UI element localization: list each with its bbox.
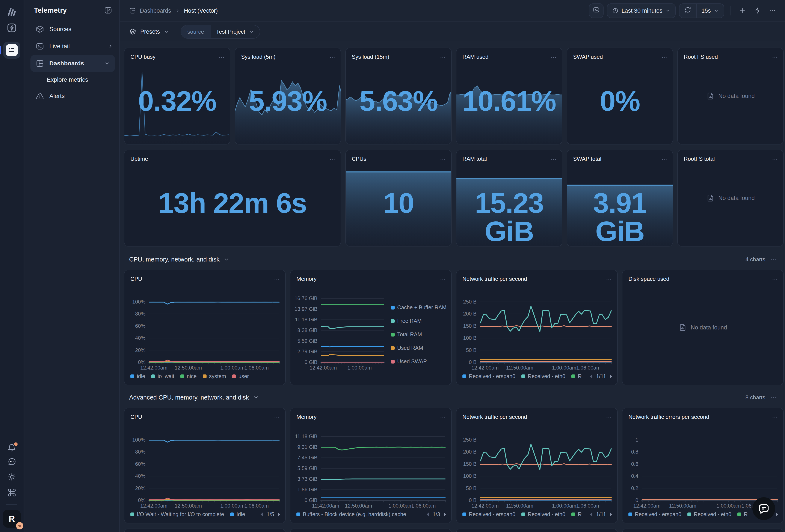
section-menu-icon[interactable]: [770, 394, 777, 401]
legend-label: Received - erspan0: [469, 373, 515, 379]
legend-item[interactable]: I/O Wait - Waiting for I/O to complete: [130, 511, 224, 517]
pager-next-icon[interactable]: [775, 512, 779, 517]
legend-item[interactable]: Received - erspan0: [628, 511, 681, 517]
panel-menu-icon[interactable]: [274, 276, 280, 283]
chevron-down-icon[interactable]: [224, 256, 229, 262]
rail-telemetry-button[interactable]: [3, 42, 20, 59]
legend-item[interactable]: Cache + Buffer RAM: [391, 304, 447, 311]
panel-menu-icon[interactable]: [440, 54, 446, 61]
source-filter[interactable]: source Test Project: [181, 25, 260, 38]
legend-item[interactable]: Received - eth0: [522, 511, 565, 517]
feedback-chat-icon[interactable]: [7, 457, 16, 466]
panel-menu-icon[interactable]: [218, 54, 225, 61]
section-title[interactable]: Advanced CPU, memory, network, and disk: [129, 394, 249, 401]
avatar-badge: NF: [16, 522, 23, 529]
pager-prev-icon[interactable]: [589, 512, 593, 517]
panel-title: Root FS used: [684, 54, 718, 60]
legend-item[interactable]: nice: [180, 373, 197, 379]
sidebar-collapse-icon[interactable]: [104, 6, 112, 15]
rail-flash-icon[interactable]: [6, 22, 17, 33]
chevron-down-icon[interactable]: [253, 394, 259, 400]
sidebar-item-alerts[interactable]: Alerts: [24, 87, 119, 105]
legend-chip: [628, 512, 632, 516]
refresh-interval-label: 15s: [701, 7, 711, 14]
pager-prev-icon[interactable]: [589, 374, 593, 379]
legend-item[interactable]: Free RAM: [391, 318, 447, 324]
legend-label: I/O Wait - Waiting for I/O to complete: [137, 511, 224, 517]
panel-title: RAM total: [462, 156, 487, 162]
refresh-button[interactable]: [680, 4, 697, 18]
pager-prev-icon[interactable]: [426, 512, 430, 517]
legend-pager: 1/3: [426, 511, 447, 517]
panel-menu-icon[interactable]: [772, 54, 778, 61]
legend-item[interactable]: Used SWAP: [391, 358, 447, 365]
avatar[interactable]: RNF: [3, 510, 21, 528]
svg-text:50 B: 50 B: [466, 347, 477, 353]
pager-next-icon[interactable]: [609, 374, 613, 379]
svg-text:100%: 100%: [132, 437, 146, 443]
panel-menu-icon[interactable]: [550, 54, 557, 61]
more-options-button[interactable]: [766, 5, 778, 17]
panel-menu-icon[interactable]: [772, 157, 778, 163]
panel-menu-icon[interactable]: [329, 54, 335, 61]
legend-item[interactable]: R: [572, 373, 582, 379]
panel-menu-icon[interactable]: [606, 415, 612, 421]
pager-next-icon[interactable]: [443, 512, 447, 517]
legend-item[interactable]: Idle: [230, 511, 245, 517]
sidebar-item-explore-metrics[interactable]: Explore metrics: [24, 72, 119, 87]
legend-item[interactable]: Received - erspan0: [462, 511, 515, 517]
panel-menu-icon[interactable]: [661, 54, 667, 61]
panel-menu-icon[interactable]: [440, 415, 446, 421]
panel-terminal-button[interactable]: [589, 3, 604, 18]
legend-label: io_wait: [158, 373, 174, 379]
pager-prev-icon[interactable]: [260, 512, 263, 517]
section-menu-icon[interactable]: [770, 256, 777, 263]
command-menu-icon[interactable]: [7, 488, 17, 497]
add-panel-button[interactable]: [736, 5, 748, 17]
panel-menu-icon[interactable]: [274, 415, 280, 421]
panel-menu-icon[interactable]: [606, 276, 612, 283]
notifications-bell-icon[interactable]: [7, 443, 16, 452]
pager-next-icon[interactable]: [277, 512, 281, 517]
legend-item[interactable]: Received - eth0: [687, 511, 731, 517]
legend-item[interactable]: io_wait: [151, 373, 174, 379]
refresh-interval-button[interactable]: 15s: [697, 7, 724, 14]
legend-chip: [203, 374, 206, 378]
legend-item[interactable]: Used RAM: [391, 345, 447, 351]
legend-item[interactable]: system: [203, 373, 226, 379]
chart-legend: Cache + Buffer RAMFree RAMTotal RAMUsed …: [391, 304, 447, 365]
panel-menu-icon[interactable]: [440, 276, 446, 283]
legend-item[interactable]: idle: [130, 373, 145, 379]
sidebar-item-sources[interactable]: Sources: [24, 21, 119, 38]
panel-menu-icon[interactable]: [440, 157, 446, 163]
time-range-button[interactable]: Last 30 minutes: [607, 3, 676, 18]
svg-text:250 B: 250 B: [463, 437, 477, 443]
panel-menu-icon[interactable]: [772, 415, 778, 421]
sidebar-item-live-tail[interactable]: Live tail: [24, 38, 119, 55]
svg-text:0 B: 0 B: [469, 359, 477, 365]
chat-fab-button[interactable]: [752, 497, 775, 520]
panel-menu-icon[interactable]: [329, 157, 335, 163]
breadcrumb-dashboards[interactable]: Dashboards: [140, 7, 171, 14]
panel-menu-icon[interactable]: [772, 276, 778, 283]
brand-logo-icon[interactable]: [6, 6, 17, 17]
theme-sun-icon[interactable]: [7, 472, 16, 481]
quick-action-button[interactable]: [752, 5, 763, 17]
legend-item[interactable]: Buffers - Block device (e.g. harddisk) c…: [297, 511, 406, 517]
stat-value: 10.61%: [456, 87, 562, 115]
pager-next-icon[interactable]: [609, 512, 613, 517]
legend-item[interactable]: user: [232, 373, 249, 379]
svg-text:100 B: 100 B: [463, 473, 477, 479]
legend-item[interactable]: R: [572, 511, 582, 517]
panel-menu-icon[interactable]: [550, 157, 557, 163]
legend-chip: [391, 305, 395, 310]
legend-item[interactable]: Total RAM: [391, 331, 447, 338]
presets-button[interactable]: Presets: [129, 28, 169, 35]
legend-item[interactable]: Received - erspan0: [462, 373, 515, 379]
legend-item[interactable]: Received - eth0: [522, 373, 565, 379]
svg-text:100%: 100%: [132, 299, 146, 304]
section-title[interactable]: CPU, memory, network, and disk: [129, 256, 220, 263]
legend-item[interactable]: R: [737, 511, 748, 517]
sidebar-item-dashboards[interactable]: Dashboards: [30, 55, 115, 72]
panel-menu-icon[interactable]: [661, 157, 667, 163]
